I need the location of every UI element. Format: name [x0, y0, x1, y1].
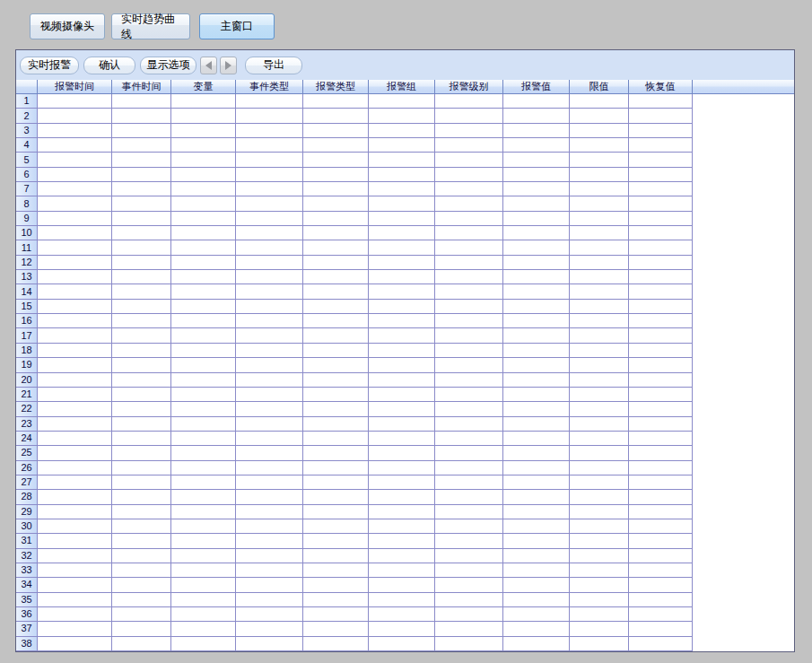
realtime-alarm-button[interactable]: 实时报警 [20, 57, 79, 74]
empty-alarm-group-cell [369, 622, 435, 636]
next-page-button[interactable] [220, 57, 237, 74]
empty-alarm-value-cell [503, 182, 570, 196]
table-row[interactable]: 17 [16, 328, 794, 343]
column-header-event-time[interactable]: 事件时间 [112, 80, 171, 93]
empty-alarm-type-cell [303, 94, 369, 109]
table-row[interactable]: 34 [16, 578, 794, 592]
empty-alarm-time-cell [38, 388, 112, 402]
table-row[interactable]: 21 [16, 388, 794, 402]
empty-variable-cell [171, 300, 236, 314]
table-row[interactable]: 33 [16, 563, 794, 578]
table-row[interactable]: 32 [16, 549, 794, 563]
empty-limit-value-cell [570, 417, 629, 432]
empty-limit-value-cell [570, 153, 629, 167]
table-row[interactable]: 26 [16, 461, 794, 475]
column-header-alarm-time[interactable]: 报警时间 [38, 80, 112, 93]
column-header-alarm-group[interactable]: 报警组 [369, 80, 435, 93]
empty-alarm-level-cell [435, 124, 503, 138]
table-row[interactable]: 38 [16, 637, 794, 651]
table-row[interactable]: 22 [16, 402, 794, 416]
main-window-button[interactable]: 主窗口 [199, 13, 275, 39]
empty-recovery-value-cell [629, 388, 693, 402]
table-row[interactable]: 20 [16, 373, 794, 388]
column-header-alarm-type[interactable]: 报警类型 [303, 80, 369, 93]
empty-alarm-time-cell [38, 549, 112, 563]
row-number: 7 [16, 182, 38, 196]
table-row[interactable]: 16 [16, 314, 794, 328]
empty-limit-value-cell [570, 593, 629, 607]
empty-event-type-cell [236, 622, 303, 636]
table-row[interactable]: 10 [16, 226, 794, 240]
table-row[interactable]: 23 [16, 417, 794, 432]
table-row[interactable]: 30 [16, 519, 794, 534]
table-row[interactable]: 8 [16, 196, 794, 211]
table-row[interactable]: 15 [16, 300, 794, 314]
row-number: 35 [16, 593, 38, 607]
table-row[interactable]: 3 [16, 124, 794, 138]
display-options-button[interactable]: 显示选项 [140, 57, 196, 74]
empty-alarm-group-cell [369, 432, 435, 446]
empty-alarm-group-cell [369, 270, 435, 284]
empty-event-time-cell [112, 256, 171, 270]
empty-alarm-type-cell [303, 519, 369, 534]
column-header-limit-value[interactable]: 限值 [570, 80, 629, 93]
table-row[interactable]: 19 [16, 358, 794, 372]
column-header-event-type[interactable]: 事件类型 [236, 80, 303, 93]
table-row[interactable]: 18 [16, 344, 794, 358]
table-row[interactable]: 1 [16, 94, 794, 109]
empty-event-type-cell [236, 373, 303, 388]
empty-event-type-cell [236, 182, 303, 196]
column-header-alarm-value[interactable]: 报警值 [503, 80, 570, 93]
table-row[interactable]: 28 [16, 490, 794, 504]
table-row[interactable]: 14 [16, 284, 794, 299]
table-row[interactable]: 29 [16, 505, 794, 519]
table-row[interactable]: 7 [16, 182, 794, 196]
empty-recovery-value-cell [629, 344, 693, 358]
empty-alarm-value-cell [503, 622, 570, 636]
table-row[interactable]: 9 [16, 212, 794, 226]
table-row[interactable]: 4 [16, 138, 794, 153]
row-number: 26 [16, 461, 38, 475]
video-camera-button[interactable]: 视频摄像头 [30, 13, 105, 39]
empty-alarm-value-cell [503, 358, 570, 372]
table-row[interactable]: 37 [16, 622, 794, 636]
table-row[interactable]: 35 [16, 593, 794, 607]
empty-event-type-cell [236, 563, 303, 578]
empty-alarm-time-cell [38, 270, 112, 284]
empty-alarm-group-cell [369, 490, 435, 504]
column-header-variable[interactable]: 变量 [171, 80, 236, 93]
empty-alarm-group-cell [369, 196, 435, 211]
column-header-recovery-value[interactable]: 恢复值 [629, 80, 693, 93]
table-row[interactable]: 24 [16, 432, 794, 446]
table-row[interactable]: 12 [16, 256, 794, 270]
row-filler [693, 446, 794, 460]
empty-recovery-value-cell [629, 270, 693, 284]
empty-event-type-cell [236, 519, 303, 534]
empty-alarm-level-cell [435, 549, 503, 563]
table-row[interactable]: 25 [16, 446, 794, 460]
empty-alarm-level-cell [435, 300, 503, 314]
realtime-trend-curve-button[interactable]: 实时趋势曲线 [111, 13, 190, 39]
empty-recovery-value-cell [629, 519, 693, 534]
empty-event-type-cell [236, 432, 303, 446]
column-header-alarm-level[interactable]: 报警级别 [435, 80, 503, 93]
confirm-button[interactable]: 确认 [83, 57, 135, 74]
empty-event-time-cell [112, 94, 171, 109]
empty-variable-cell [171, 373, 236, 388]
empty-alarm-type-cell [303, 475, 369, 490]
empty-alarm-value-cell [503, 284, 570, 299]
previous-page-button[interactable] [200, 57, 217, 74]
empty-limit-value-cell [570, 358, 629, 372]
table-row[interactable]: 11 [16, 240, 794, 255]
row-number: 2 [16, 109, 38, 123]
table-row[interactable]: 31 [16, 534, 794, 548]
empty-event-type-cell [236, 549, 303, 563]
row-number: 13 [16, 270, 38, 284]
table-row[interactable]: 2 [16, 109, 794, 123]
table-row[interactable]: 27 [16, 475, 794, 490]
export-button[interactable]: 导出 [245, 57, 302, 74]
table-row[interactable]: 36 [16, 607, 794, 622]
table-row[interactable]: 13 [16, 270, 794, 284]
table-row[interactable]: 6 [16, 168, 794, 182]
table-row[interactable]: 5 [16, 153, 794, 167]
